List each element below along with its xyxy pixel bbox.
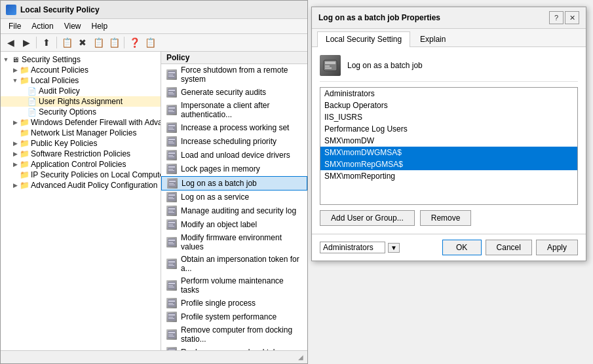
tree-item-security-options[interactable]: 📄 Security Options: [1, 107, 161, 117]
tree-panel: ▼ 🖥 Security Settings ▶ 📁 Account Polici…: [1, 52, 161, 350]
policy-item-modify-label[interactable]: Modify an object label: [161, 218, 307, 232]
policy-item-remove-docking[interactable]: Remove computer from docking statio...: [161, 324, 307, 346]
svg-rect-31: [169, 185, 175, 185]
toolbar-sep-3: [124, 37, 124, 48]
label-software: Software Restriction Policies: [31, 149, 130, 158]
toolbar-up[interactable]: ⬆: [39, 35, 54, 50]
toolbar-properties[interactable]: 📋: [91, 35, 105, 50]
menu-help[interactable]: Help: [86, 20, 113, 32]
toolbar-back[interactable]: ◀: [3, 35, 18, 50]
svg-rect-30: [169, 183, 174, 184]
svg-rect-33: [168, 194, 175, 196]
apply-button[interactable]: Apply: [536, 240, 578, 255]
policy-label-force-shutdown: Force shutdown from a remote system: [181, 65, 302, 84]
tab-explain[interactable]: Explain: [411, 31, 454, 46]
svg-rect-62: [168, 317, 173, 318]
policy-item-manage-auditing[interactable]: Manage auditing and security log: [161, 204, 307, 218]
policy-item-profile-single[interactable]: Profile single process: [161, 297, 307, 310]
policy-item-modify-firmware[interactable]: Modify firmware environment values: [161, 232, 307, 253]
policy-item-log-on-batch[interactable]: Log on as a batch job: [161, 176, 307, 191]
tab-local-security[interactable]: Local Security Setting: [317, 31, 410, 47]
svg-rect-14: [168, 128, 173, 128]
icon-advanced-audit: 📁: [19, 181, 29, 190]
tree-item-local-policies[interactable]: ▼ 📁 Local Policies: [1, 75, 161, 86]
user-item-smx-momdw[interactable]: SMX\momDW: [320, 135, 577, 147]
resize-handle: ◢: [298, 354, 303, 361]
dialog-close-button[interactable]: ✕: [565, 11, 579, 24]
policy-icon-increase-priority: [166, 136, 177, 147]
policy-label-modify-firmware: Modify firmware environment values: [181, 233, 302, 251]
label-local-policies: Local Policies: [31, 76, 79, 85]
tree-item-public-key[interactable]: ▶ 📁 Public Key Policies: [1, 138, 161, 149]
policy-item-increase-priority[interactable]: Increase scheduling priority: [161, 135, 307, 149]
toolbar-show-hide[interactable]: 📋: [60, 35, 74, 50]
tree-item-audit-policy[interactable]: 📄 Audit Policy: [1, 86, 161, 96]
tree-item-advanced-audit[interactable]: ▶ 📁 Advanced Audit Policy Configuration: [1, 180, 161, 191]
svg-rect-25: [168, 166, 175, 168]
policy-item-load-device[interactable]: Load and unload device drivers: [161, 149, 307, 162]
policy-label-obtain-token: Obtain an impersonation token for a...: [181, 255, 302, 273]
tree-item-user-rights[interactable]: 📄 User Rights Assignment: [1, 96, 161, 107]
cancel-button[interactable]: Cancel: [486, 240, 532, 255]
user-item-smx-momreporting[interactable]: SMX\momReporting: [320, 170, 577, 182]
footer-dropdown-icon[interactable]: ▼: [388, 243, 400, 253]
svg-rect-34: [168, 197, 173, 198]
policy-icon-impersonate: [166, 105, 177, 115]
svg-rect-1: [168, 72, 175, 73]
policy-item-obtain-token[interactable]: Obtain an impersonation token for a...: [161, 253, 307, 275]
menu-file[interactable]: File: [3, 20, 26, 32]
menu-action[interactable]: Action: [26, 20, 58, 32]
users-list[interactable]: AdministratorsBackup OperatorsIIS_IUSRSP…: [320, 87, 578, 205]
icon-user-rights: 📄: [27, 98, 37, 106]
tree-item-network[interactable]: 📁 Network List Manager Policies: [1, 128, 161, 138]
menu-view[interactable]: View: [59, 20, 86, 32]
tree-item-firewall[interactable]: ▶ 📁 Windows Defender Firewall with Adva.…: [1, 117, 161, 128]
toolbar-delete[interactable]: ✖: [75, 35, 90, 50]
svg-rect-13: [168, 125, 175, 126]
policy-item-lock-pages[interactable]: Lock pages in memory: [161, 162, 307, 176]
policy-item-impersonate[interactable]: Impersonate a client after authenticatio…: [161, 100, 307, 121]
policy-label-remove-docking: Remove computer from docking statio...: [181, 325, 302, 344]
tree-item-software[interactable]: ▶ 📁 Software Restriction Policies: [1, 149, 161, 159]
user-item-backup-operators[interactable]: Backup Operators: [320, 100, 577, 111]
svg-rect-63: [168, 318, 174, 319]
dialog-title-bar: Log on as a batch job Properties ? ✕: [312, 7, 586, 29]
user-item-administrators[interactable]: Administrators: [320, 88, 577, 100]
policy-label-load-device: Load and unload device drivers: [181, 151, 290, 160]
toolbar-forward[interactable]: ▶: [19, 35, 33, 50]
policy-item-log-on-service[interactable]: Log on as a service: [161, 191, 307, 204]
main-content: ▼ 🖥 Security Settings ▶ 📁 Account Polici…: [1, 52, 307, 350]
policy-label-impersonate: Impersonate a client after authenticatio…: [181, 101, 302, 119]
add-user-button[interactable]: Add User or Group...: [320, 210, 415, 226]
policy-icon-obtain-token: [166, 259, 177, 269]
policy-label-modify-label: Modify an object label: [181, 220, 257, 229]
user-item-smx-momdwgmsa[interactable]: SMX\momDWGMSA$: [320, 147, 577, 158]
dialog-footer: Administrators ▼ OK Cancel Apply: [312, 234, 586, 261]
tree-item-account-policies[interactable]: ▶ 📁 Account Policies: [1, 65, 161, 75]
toolbar-export[interactable]: 📋: [107, 35, 121, 50]
svg-rect-45: [168, 240, 175, 241]
policy-item-force-shutdown[interactable]: Force shutdown from a remote system: [161, 64, 307, 86]
tree-item-security-settings[interactable]: ▼ 🖥 Security Settings: [1, 54, 161, 65]
tree-item-ip-security[interactable]: 📁 IP Security Policies on Local Computer: [1, 170, 161, 180]
toolbar-sep-2: [56, 37, 57, 48]
dialog-help-button[interactable]: ?: [549, 11, 564, 24]
policy-item-perform-volume[interactable]: Perform volume maintenance tasks: [161, 275, 307, 297]
user-item-perf-log-users[interactable]: Performance Log Users: [320, 123, 577, 135]
icon-public-key: 📁: [19, 139, 29, 148]
toolbar-help[interactable]: ❓: [127, 35, 142, 50]
user-item-smx-momrepgmsa[interactable]: SMX\momRepGMSA$: [320, 158, 577, 170]
ok-button[interactable]: OK: [442, 240, 482, 255]
policy-item-profile-system[interactable]: Profile system performance: [161, 310, 307, 324]
dialog-tabs: Local Security Setting Explain: [312, 29, 586, 47]
expand-advanced-audit: ▶: [11, 182, 19, 189]
remove-button[interactable]: Remove: [420, 210, 472, 226]
policy-item-increase-working[interactable]: Increase a process working set: [161, 121, 307, 135]
tree-item-app-control[interactable]: ▶ 📁 Application Control Policies: [1, 159, 161, 170]
user-item-iis-iusrs[interactable]: IIS_IUSRS: [320, 111, 577, 123]
svg-rect-18: [168, 141, 173, 142]
policy-item-replace-token[interactable]: Replace a process level token: [161, 346, 307, 350]
svg-rect-37: [168, 208, 175, 209]
policy-item-generate-audits[interactable]: Generate security audits: [161, 86, 307, 100]
toolbar-view[interactable]: 📋: [143, 35, 157, 50]
